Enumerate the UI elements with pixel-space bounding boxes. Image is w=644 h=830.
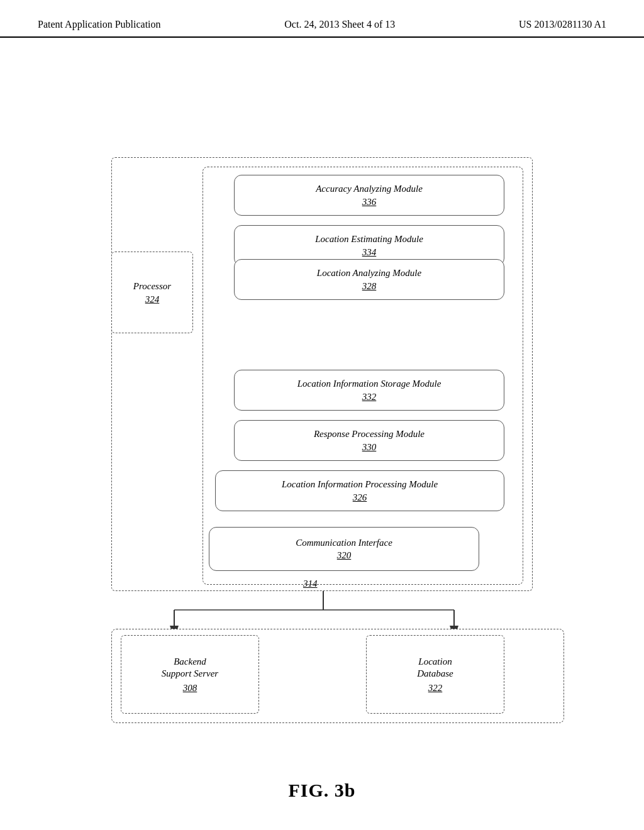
- location-analyzing-module: Location Analyzing Module 328: [234, 259, 504, 300]
- diagram-area: Accuracy Analyzing Module 336 Location E…: [64, 63, 580, 755]
- figure-label: FIG. 3b: [0, 780, 644, 801]
- location-info-processing-module: Location Information Processing Module 3…: [215, 470, 504, 511]
- communication-interface: Communication Interface 320: [209, 527, 479, 571]
- processor-box: Processor 324: [111, 252, 193, 333]
- accuracy-analyzing-module: Accuracy Analyzing Module 336: [234, 175, 504, 216]
- backend-support-server: BackendSupport Server 308: [121, 635, 259, 714]
- location-info-storage-module: Location Information Storage Module 332: [234, 370, 504, 411]
- header-center: Oct. 24, 2013 Sheet 4 of 13: [284, 19, 395, 30]
- response-processing-module: Response Processing Module 330: [234, 420, 504, 461]
- page-header: Patent Application Publication Oct. 24, …: [0, 0, 644, 38]
- header-right: US 2013/0281130 A1: [519, 19, 606, 30]
- location-analyzing-label: Location Analyzing Module: [317, 267, 421, 280]
- header-left: Patent Application Publication: [38, 19, 161, 30]
- line-314-label: 314: [303, 578, 318, 589]
- location-database: LocationDatabase 322: [366, 635, 504, 714]
